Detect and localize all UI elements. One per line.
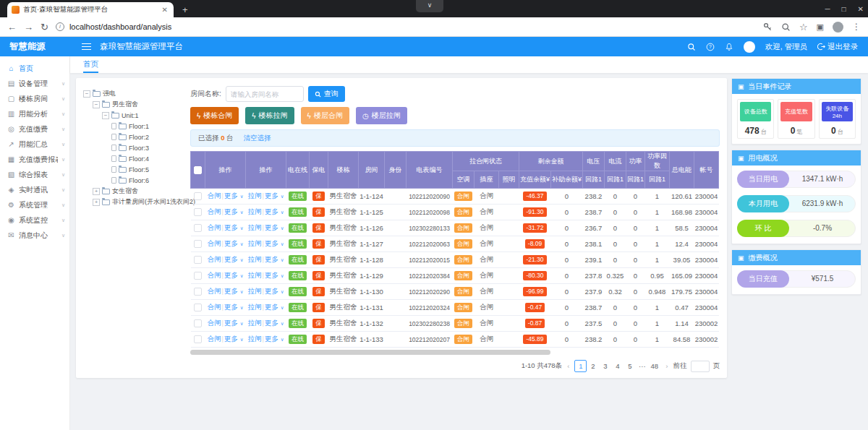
page-number[interactable]: 5 xyxy=(624,360,636,372)
window-maximize-icon[interactable]: □ xyxy=(842,5,846,13)
more-dropdown[interactable]: 更多 xyxy=(224,271,240,279)
tree-node[interactable]: Floor:3 xyxy=(83,142,184,153)
tree-node[interactable]: Floor:1 xyxy=(83,121,184,132)
more-dropdown[interactable]: 更多 xyxy=(224,319,240,327)
page-number[interactable]: 2 xyxy=(587,360,599,372)
window-close-icon[interactable]: ✕ xyxy=(858,5,864,13)
expand-icon[interactable]: + xyxy=(93,188,100,195)
open-switch-link[interactable]: 拉闸 xyxy=(248,271,262,279)
action-button-楼层合闸[interactable]: ϟ楼层合闸 xyxy=(301,107,349,124)
close-switch-link[interactable]: 合闸 xyxy=(208,335,221,343)
sidebar-item-home[interactable]: ⌂首页 xyxy=(0,61,69,76)
close-switch-link[interactable]: 合闸 xyxy=(208,223,221,231)
help-icon[interactable]: ? xyxy=(706,43,715,51)
open-switch-link[interactable]: 拉闸 xyxy=(248,223,262,231)
tree-node[interactable]: Floor:2 xyxy=(83,132,184,142)
action-button-楼层拉闸[interactable]: ◷楼层拉闸 xyxy=(356,107,407,124)
user-avatar[interactable] xyxy=(744,41,755,53)
sidebar-item-summary[interactable]: ↗用能汇总∨ xyxy=(0,137,69,152)
open-switch-link[interactable]: 拉闸 xyxy=(248,192,262,199)
open-switch-link[interactable]: 拉闸 xyxy=(248,255,262,263)
collapse-icon[interactable]: − xyxy=(93,101,100,108)
open-switch-link[interactable]: 拉闸 xyxy=(248,287,262,295)
collapse-icon[interactable]: − xyxy=(102,112,109,119)
open-switch-link[interactable]: 拉闸 xyxy=(248,303,262,311)
more-dropdown[interactable]: 更多 xyxy=(224,303,240,311)
browser-menu-icon[interactable]: ⋮ xyxy=(852,22,861,32)
room-name-input[interactable] xyxy=(226,86,304,102)
side-panel-icon[interactable]: ▣ xyxy=(817,22,824,32)
expand-icon[interactable]: + xyxy=(93,199,100,206)
more-dropdown[interactable]: 更多 xyxy=(265,335,281,343)
page-number[interactable]: 1 xyxy=(574,360,587,372)
more-dropdown[interactable]: 更多 xyxy=(265,303,281,311)
row-checkbox[interactable] xyxy=(194,304,202,311)
more-dropdown[interactable]: 更多 xyxy=(224,255,240,263)
close-switch-link[interactable]: 合闸 xyxy=(208,319,221,327)
close-switch-link[interactable]: 合闸 xyxy=(208,271,221,279)
more-dropdown[interactable]: 更多 xyxy=(224,287,240,295)
tree-node[interactable]: Floor:6 xyxy=(83,175,184,186)
query-button[interactable]: 查询 xyxy=(308,86,345,102)
sidebar-item-message[interactable]: ✉消息中心∨ xyxy=(0,228,69,243)
more-dropdown[interactable]: 更多 xyxy=(265,255,281,263)
row-checkbox[interactable] xyxy=(194,256,202,264)
tree-node[interactable]: Floor:4 xyxy=(83,153,184,164)
browser-tab[interactable]: 首页·森琅智慧能源管理平台 ✕ xyxy=(7,2,174,17)
action-button-楼栋拉闸[interactable]: ϟ楼栋拉闸 xyxy=(245,107,294,124)
close-switch-link[interactable]: 合闸 xyxy=(208,239,221,247)
page-number[interactable]: 3 xyxy=(599,360,611,372)
goto-page-input[interactable] xyxy=(691,361,710,372)
bookmark-star-icon[interactable]: ☆ xyxy=(799,22,808,33)
row-checkbox[interactable] xyxy=(194,240,202,248)
forward-icon[interactable]: → xyxy=(24,22,33,33)
tab-home[interactable]: 首页 xyxy=(83,59,98,73)
search-icon[interactable] xyxy=(687,43,696,51)
page-number[interactable]: 48 xyxy=(648,360,660,372)
prev-page-icon[interactable]: ‹ xyxy=(566,362,571,370)
collapse-menu-icon[interactable] xyxy=(82,43,91,50)
back-icon[interactable]: ← xyxy=(7,22,17,33)
row-checkbox[interactable] xyxy=(194,272,202,280)
close-switch-link[interactable]: 合闸 xyxy=(208,287,221,295)
sidebar-item-building[interactable]: ▢楼栋房间∨ xyxy=(0,91,69,106)
sidebar-item-recharge[interactable]: ◎充值缴费∨ xyxy=(0,121,69,137)
row-checkbox[interactable] xyxy=(194,335,202,343)
tree-node[interactable]: +非计量房间(开水间1洗衣间2) xyxy=(83,197,184,207)
more-dropdown[interactable]: 更多 xyxy=(224,192,240,199)
tree-node[interactable]: −强电 xyxy=(83,88,184,99)
horizontal-scrollbar[interactable] xyxy=(190,350,550,355)
row-checkbox[interactable] xyxy=(194,192,202,200)
bell-icon[interactable] xyxy=(725,43,733,51)
more-dropdown[interactable]: 更多 xyxy=(265,271,281,279)
more-dropdown[interactable]: 更多 xyxy=(265,319,281,327)
address-input[interactable]: i localhost/dashboard/analysis xyxy=(56,20,756,34)
row-checkbox[interactable] xyxy=(194,319,202,327)
more-dropdown[interactable]: 更多 xyxy=(265,192,281,199)
sidebar-item-recharge-report[interactable]: ▦充值缴费报表∨ xyxy=(0,152,69,167)
logout-button[interactable]: 退出登录 xyxy=(817,42,858,52)
sidebar-item-system[interactable]: ⚙系统管理∨ xyxy=(0,197,69,212)
sidebar-item-monitor[interactable]: ◉系统监控∨ xyxy=(0,212,69,228)
key-icon[interactable] xyxy=(763,22,773,32)
page-number[interactable]: 4 xyxy=(611,360,624,372)
profile-avatar-icon[interactable] xyxy=(833,22,843,33)
downloads-chevron-icon[interactable]: ∨ xyxy=(416,0,443,12)
open-switch-link[interactable]: 拉闸 xyxy=(248,239,262,247)
close-switch-link[interactable]: 合闸 xyxy=(208,255,221,263)
next-page-icon[interactable]: › xyxy=(664,362,669,370)
row-checkbox[interactable] xyxy=(194,288,202,296)
clear-selection-link[interactable]: 清空选择 xyxy=(244,134,271,143)
close-switch-link[interactable]: 合闸 xyxy=(208,192,221,199)
zoom-icon[interactable] xyxy=(781,22,791,32)
more-dropdown[interactable]: 更多 xyxy=(265,223,281,231)
action-button-楼栋合闸[interactable]: ϟ楼栋合闸 xyxy=(190,107,239,124)
more-dropdown[interactable]: 更多 xyxy=(224,223,240,231)
more-dropdown[interactable]: 更多 xyxy=(224,207,240,215)
more-dropdown[interactable]: 更多 xyxy=(224,239,240,247)
more-dropdown[interactable]: 更多 xyxy=(224,335,240,343)
site-info-icon[interactable]: i xyxy=(56,22,64,31)
open-switch-link[interactable]: 拉闸 xyxy=(248,319,262,327)
tree-node[interactable]: Floor:5 xyxy=(83,164,184,175)
row-checkbox[interactable] xyxy=(194,208,202,216)
